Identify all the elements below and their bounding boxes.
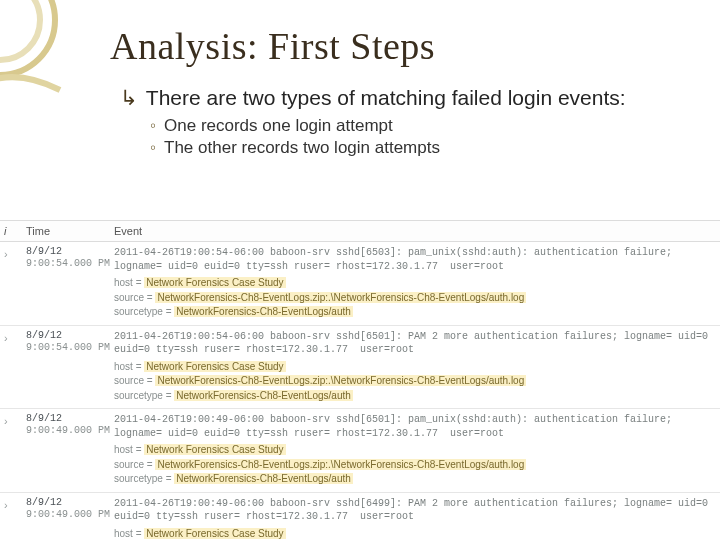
time-cell: 8/9/12 9:00:54.000 PM <box>26 246 114 270</box>
event-cell: 2011-04-26T19:00:54-06:00 baboon-srv ssh… <box>114 330 716 403</box>
event-cell: 2011-04-26T19:00:49-06:00 baboon-srv ssh… <box>114 413 716 486</box>
meta-source[interactable]: NetworkForensics-Ch8-EventLogs.zip:.\Net… <box>155 459 526 470</box>
col-header-time: Time <box>26 225 114 237</box>
meta-sourcetype[interactable]: NetworkForensics-Ch8-EventLogs/auth <box>174 306 353 317</box>
col-header-event: Event <box>114 225 716 237</box>
main-bullet: There are two types of matching failed l… <box>120 86 690 110</box>
time-cell: 8/9/12 9:00:49.000 PM <box>26 413 114 437</box>
slide-body: Analysis: First Steps There are two type… <box>0 0 720 182</box>
col-header-i: i <box>4 225 26 237</box>
slide-title: Analysis: First Steps <box>110 24 690 68</box>
event-text: 2011-04-26T19:00:49-06:00 baboon-srv ssh… <box>114 413 716 440</box>
table-row: › 8/9/12 9:00:54.000 PM 2011-04-26T19:00… <box>0 242 720 326</box>
log-table: i Time Event › 8/9/12 9:00:54.000 PM 201… <box>0 220 720 540</box>
meta-host[interactable]: Network Forensics Case Study <box>144 444 285 455</box>
time-cell: 8/9/12 9:00:54.000 PM <box>26 330 114 354</box>
meta-source[interactable]: NetworkForensics-Ch8-EventLogs.zip:.\Net… <box>155 375 526 386</box>
expand-chevron-icon[interactable]: › <box>4 413 26 427</box>
meta-host[interactable]: Network Forensics Case Study <box>144 277 285 288</box>
event-cell: 2011-04-26T19:00:49-06:00 baboon-srv ssh… <box>114 497 716 541</box>
table-row: › 8/9/12 9:00:54.000 PM 2011-04-26T19:00… <box>0 326 720 410</box>
expand-chevron-icon[interactable]: › <box>4 330 26 344</box>
event-text: 2011-04-26T19:00:54-06:00 baboon-srv ssh… <box>114 330 716 357</box>
event-cell: 2011-04-26T19:00:54-06:00 baboon-srv ssh… <box>114 246 716 319</box>
meta-sourcetype[interactable]: NetworkForensics-Ch8-EventLogs/auth <box>174 473 353 484</box>
log-table-header-row: i Time Event <box>0 221 720 242</box>
table-row: › 8/9/12 9:00:49.000 PM 2011-04-26T19:00… <box>0 409 720 493</box>
meta-sourcetype[interactable]: NetworkForensics-Ch8-EventLogs/auth <box>174 390 353 401</box>
event-text: 2011-04-26T19:00:54-06:00 baboon-srv ssh… <box>114 246 716 273</box>
table-row: › 8/9/12 9:00:49.000 PM 2011-04-26T19:00… <box>0 493 720 541</box>
sub-bullet-list: One records one login attempt The other … <box>150 116 690 158</box>
sub-bullet: One records one login attempt <box>150 116 690 136</box>
time-cell: 8/9/12 9:00:49.000 PM <box>26 497 114 521</box>
sub-bullet: The other records two login attempts <box>150 138 690 158</box>
expand-chevron-icon[interactable]: › <box>4 246 26 260</box>
expand-chevron-icon[interactable]: › <box>4 497 26 511</box>
meta-host[interactable]: Network Forensics Case Study <box>144 361 285 372</box>
event-text: 2011-04-26T19:00:49-06:00 baboon-srv ssh… <box>114 497 716 524</box>
meta-host[interactable]: Network Forensics Case Study <box>144 528 285 539</box>
meta-source[interactable]: NetworkForensics-Ch8-EventLogs.zip:.\Net… <box>155 292 526 303</box>
